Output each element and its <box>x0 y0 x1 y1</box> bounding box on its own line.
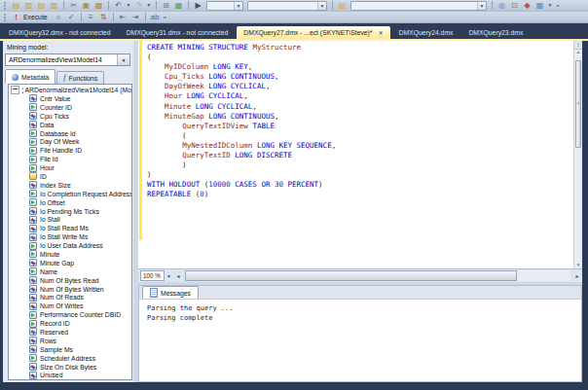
horizontal-scrollbar-thumb[interactable] <box>185 270 517 281</box>
tree-item[interactable]: Record ID <box>9 319 131 328</box>
specify-values-icon[interactable]: ⇅ <box>97 12 110 22</box>
dmx-query-text[interactable]: CREATE MINING STRUCTURE MyStructure( MyI… <box>147 43 336 200</box>
tab-functions[interactable]: fFunctions <box>56 71 104 84</box>
editor-vertical-scrollbar[interactable]: ↕ ▲ ≡ ▼ <box>573 41 582 268</box>
tree-item[interactable]: Io User Data Address <box>9 241 131 250</box>
tree-item[interactable]: Database Id <box>9 129 131 138</box>
tree-item[interactable]: Io Stall Write Ms <box>9 232 131 241</box>
window-position-icon[interactable]: ⊡ <box>508 0 521 11</box>
tree-item[interactable]: Counter ID <box>9 103 131 112</box>
chevron-down-icon[interactable]: ▼ <box>117 54 129 65</box>
tree-root-node[interactable]: ARDenormalizedView1Model14 (Mo <box>9 85 131 94</box>
collapse-expander-icon[interactable] <box>11 86 19 94</box>
chevron-down-icon[interactable]: ▼ <box>317 2 326 10</box>
tree-item[interactable]: Num Of Reads <box>9 293 131 301</box>
tree-item[interactable]: Unused <box>9 372 131 380</box>
tree-item[interactable]: Num Of Bytes Read <box>9 276 131 285</box>
tree-item[interactable]: Day Of Week <box>9 137 131 146</box>
toolbar-options-icon[interactable]: ₌ <box>162 12 169 22</box>
tree-item[interactable]: File Id <box>9 155 131 163</box>
document-tab[interactable]: DMXQuery27.dmx - ...ect (SKYNET\Steve)*✕ <box>237 26 389 39</box>
vertical-scrollbar-thumb[interactable]: ≡ <box>575 60 581 148</box>
chevron-down-icon[interactable]: ▼ <box>477 2 486 10</box>
tree-item[interactable]: Num Of Bytes Written <box>9 285 131 294</box>
tools-icon[interactable]: ◆ <box>521 0 533 11</box>
view-icon[interactable]: ▦ <box>533 0 546 11</box>
document-tab[interactable]: DMXQuery24.dmx <box>392 26 460 39</box>
tab-metadata[interactable]: Metadata <box>5 69 55 84</box>
tree-item-label: Cpu Ticks <box>40 113 69 120</box>
close-icon[interactable]: ✕ <box>379 29 384 36</box>
toolbar-grip[interactable] <box>4 2 6 10</box>
parse-icon[interactable]: ✓ <box>65 12 78 22</box>
cut-icon[interactable]: ✂ <box>67 0 80 11</box>
toolbar-combo-2[interactable]: ▼ <box>247 1 327 11</box>
tree-item[interactable]: Cpu Ticks <box>9 112 131 121</box>
save-all-icon[interactable]: ▥ <box>48 0 60 11</box>
scroll-down-icon[interactable]: ▼ <box>574 263 582 267</box>
tree-item[interactable]: Minute Gap <box>9 259 131 267</box>
toolbar-combo-1[interactable]: ▼ <box>206 1 243 11</box>
completion-mode-icon[interactable]: ab <box>149 12 162 22</box>
redo-icon[interactable]: ↷ <box>132 0 145 11</box>
document-tab[interactable]: DMXQuery32.dmx - not connected <box>2 26 118 39</box>
scroll-right-icon[interactable]: ▸ <box>572 272 582 279</box>
tree-item[interactable]: Io Offset <box>9 198 131 207</box>
split-window-handle[interactable]: ↕ <box>574 41 582 50</box>
document-tab[interactable]: DMXQuery23.dmx <box>461 26 530 39</box>
view-dropdown-icon[interactable]: ▾ <box>546 0 554 11</box>
tree-item[interactable]: Cntr Value <box>9 94 131 103</box>
open-folder-icon[interactable]: ▤ <box>336 0 349 11</box>
undo-icon[interactable]: ↶ <box>112 0 125 11</box>
query-toolbar: !Execute■✓≡⇅⇤⇥ab₌ <box>0 12 588 23</box>
tree-item[interactable]: Scheduler Address <box>9 354 131 363</box>
toolbar-combo-3[interactable]: ▼ <box>350 1 487 11</box>
new-window-icon[interactable]: ⊞ <box>160 0 172 11</box>
decrease-indent-icon[interactable]: ⇤ <box>117 12 129 22</box>
tree-item[interactable]: ID <box>9 172 131 181</box>
results-text-icon[interactable]: ≡ <box>85 12 97 22</box>
tree-item[interactable]: Index Size <box>9 181 131 190</box>
tree-item[interactable]: Sample Ms <box>9 345 131 354</box>
tree-item[interactable]: Num Of Writes <box>9 301 131 310</box>
tree-item[interactable]: Name <box>9 267 131 276</box>
dmx-code-editor[interactable]: CREATE MINING STRUCTURE MyStructure( MyI… <box>138 41 582 268</box>
tree-item[interactable]: File Handle ID <box>9 146 131 155</box>
chevron-down-icon[interactable]: ▼ <box>165 273 173 279</box>
stop-icon[interactable]: ■ <box>53 12 65 22</box>
template-explorer-icon[interactable]: ▦ <box>172 0 185 11</box>
tree-item[interactable]: Hour <box>9 163 131 172</box>
document-tab[interactable]: DMXQuery31.dmx - not connected <box>120 26 236 39</box>
tab-messages[interactable]: Messages <box>142 286 199 299</box>
tree-item[interactable]: Size On Disk Bytes <box>9 363 131 372</box>
tree-item[interactable]: Io Stall <box>9 215 131 224</box>
open-file-icon[interactable]: ▥ <box>22 0 35 11</box>
editor-horizontal-scrollbar[interactable] <box>185 270 570 281</box>
save-icon[interactable]: ▤ <box>35 0 48 11</box>
tree-item[interactable]: Io Completion Request Address <box>9 190 131 198</box>
tree-item[interactable]: Performance Counter DBID <box>9 310 131 319</box>
chevron-down-icon[interactable]: ▼ <box>234 2 242 10</box>
editor-zoom-combo[interactable]: 100 % <box>140 270 165 281</box>
tree-item[interactable]: Io Stall Read Ms <box>9 224 131 232</box>
tree-item[interactable]: Rows <box>9 337 131 345</box>
mining-model-combo[interactable]: ARDenormalizedView1Model14 ▼ <box>5 53 130 66</box>
paste-icon[interactable]: ▦ <box>92 0 105 11</box>
scroll-left-icon[interactable]: ◂ <box>173 272 183 279</box>
tree-item[interactable]: Minute <box>9 250 131 259</box>
find-icon[interactable]: ◎ <box>496 0 508 11</box>
tree-item[interactable]: Io Pending Ms Ticks <box>9 207 131 216</box>
tree-item[interactable]: Reserved <box>9 328 131 337</box>
toolbar-grip[interactable] <box>4 14 6 21</box>
execute-exclamation-icon[interactable]: ! <box>10 12 22 22</box>
scroll-up-icon[interactable]: ▲ <box>574 50 582 54</box>
run-icon[interactable]: ▶ <box>192 0 204 11</box>
execute-button-label[interactable]: Execute <box>23 14 48 20</box>
undo-dropdown-icon[interactable]: ▾ <box>125 0 132 11</box>
toolbar-options-icon[interactable]: ₌ <box>554 0 562 11</box>
redo-dropdown-icon[interactable]: ▾ <box>145 0 153 11</box>
new-query-icon[interactable]: ▤ <box>10 0 22 11</box>
copy-icon[interactable]: ▣ <box>80 0 92 11</box>
increase-indent-icon[interactable]: ⇥ <box>129 12 142 22</box>
tree-item[interactable]: Data <box>9 121 131 129</box>
